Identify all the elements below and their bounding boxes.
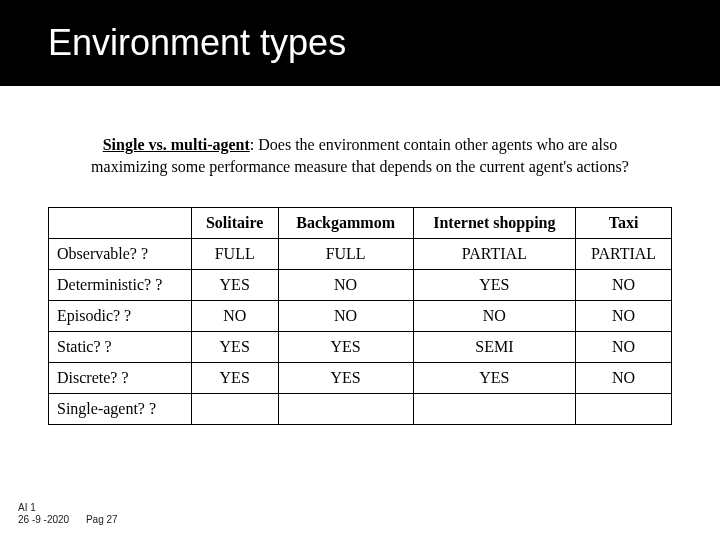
table-cell: NO [191, 301, 278, 332]
environment-table: Solitaire Backgammom Internet shopping T… [48, 207, 672, 425]
description-lead-bold: Single vs. multi-agent [103, 136, 250, 153]
table-row: Static? ? YES YES SEMI NO [49, 332, 672, 363]
table-row: Discrete? ? YES YES YES NO [49, 363, 672, 394]
table-row: Single-agent? ? [49, 394, 672, 425]
row-label: Episodic? ? [49, 301, 192, 332]
table-cell [278, 394, 413, 425]
table-cell: NO [278, 270, 413, 301]
table-cell: NO [576, 363, 672, 394]
table-cell: YES [413, 270, 576, 301]
description: Single vs. multi-agent: Does the environ… [68, 134, 652, 177]
table-cell: PARTIAL [413, 239, 576, 270]
table-cell: YES [191, 363, 278, 394]
table-cell: NO [576, 332, 672, 363]
table-cell: NO [576, 270, 672, 301]
row-label: Deterministic? ? [49, 270, 192, 301]
table-cell: YES [413, 363, 576, 394]
footer-date: 26 -9 -2020 [18, 514, 69, 525]
row-label: Static? ? [49, 332, 192, 363]
footer-course: AI 1 [18, 502, 118, 514]
table-cell: SEMI [413, 332, 576, 363]
table-cell: FULL [278, 239, 413, 270]
page-title: Environment types [48, 22, 346, 64]
table-cell: PARTIAL [576, 239, 672, 270]
table-row: Episodic? ? NO NO NO NO [49, 301, 672, 332]
row-label: Observable? ? [49, 239, 192, 270]
table-header: Internet shopping [413, 208, 576, 239]
table-cell: FULL [191, 239, 278, 270]
title-band: Environment types [0, 0, 720, 86]
table-header: Taxi [576, 208, 672, 239]
table-row: Deterministic? ? YES NO YES NO [49, 270, 672, 301]
row-label: Discrete? ? [49, 363, 192, 394]
footer-page: Pag 27 [86, 514, 118, 525]
table-header-row: Solitaire Backgammom Internet shopping T… [49, 208, 672, 239]
table-cell: YES [278, 332, 413, 363]
table-cell [576, 394, 672, 425]
table-cell: YES [191, 332, 278, 363]
table-header-blank [49, 208, 192, 239]
table-cell: NO [278, 301, 413, 332]
table-row: Observable? ? FULL FULL PARTIAL PARTIAL [49, 239, 672, 270]
table-cell [191, 394, 278, 425]
table-cell [413, 394, 576, 425]
table-cell: YES [278, 363, 413, 394]
table-header: Backgammom [278, 208, 413, 239]
table-cell: NO [413, 301, 576, 332]
slide-body: Single vs. multi-agent: Does the environ… [0, 86, 720, 425]
slide-footer: AI 1 26 -9 -2020 Pag 27 [18, 502, 118, 526]
table-cell: NO [576, 301, 672, 332]
description-lead: Single vs. multi-agent [103, 136, 250, 153]
row-label: Single-agent? ? [49, 394, 192, 425]
footer-bottom-line: 26 -9 -2020 Pag 27 [18, 514, 118, 526]
table-header: Solitaire [191, 208, 278, 239]
table-cell: YES [191, 270, 278, 301]
